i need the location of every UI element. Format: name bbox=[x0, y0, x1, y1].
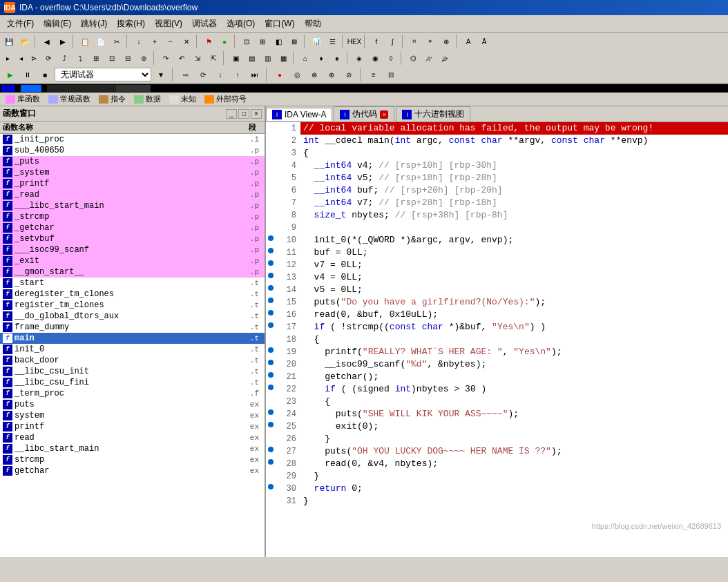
tb-back[interactable]: ◀ bbox=[39, 34, 55, 49]
tb2-stack4[interactable]: ▦ bbox=[276, 50, 291, 66]
menu-item-选项(O)[interactable]: 选项(O) bbox=[222, 17, 259, 31]
panel-restore[interactable]: □ bbox=[238, 109, 249, 119]
menu-item-编辑(E)[interactable]: 编辑(E) bbox=[39, 17, 75, 31]
tb-a1[interactable]: A bbox=[461, 34, 476, 49]
panel-minimize[interactable]: _ bbox=[226, 109, 237, 119]
func-row[interactable]: freadex bbox=[0, 432, 265, 443]
breakpoint-dot[interactable] bbox=[268, 360, 274, 365]
tb-nav4[interactable]: ⊠ bbox=[287, 34, 302, 49]
debug-step5[interactable]: ⏭ bbox=[247, 67, 262, 82]
panel-close[interactable]: × bbox=[251, 109, 262, 119]
tb2-arr3[interactable]: ⤵ bbox=[73, 50, 88, 66]
func-row[interactable]: f__libc_csu_init.t bbox=[0, 366, 265, 377]
func-row[interactable]: fgetcharex bbox=[0, 465, 265, 476]
tb2-b4[interactable]: ⊚ bbox=[136, 50, 151, 66]
tb-misc3[interactable]: ⊕ bbox=[439, 34, 454, 49]
menu-item-帮助[interactable]: 帮助 bbox=[300, 17, 325, 31]
tb2-step4[interactable]: ⇱ bbox=[206, 50, 221, 66]
tb-nav2[interactable]: ⊞ bbox=[255, 34, 270, 49]
debug-misc2[interactable]: ⊟ bbox=[383, 67, 399, 82]
code-tab-IDA View-A[interactable]: IIDA View-A bbox=[266, 108, 332, 121]
menu-item-跳转(J)[interactable]: 跳转(J) bbox=[77, 17, 111, 31]
tb-copy[interactable]: 📋 bbox=[77, 34, 93, 49]
function-list-body[interactable]: f_init_proc.ifsub_400650.pf_puts.pf_syst… bbox=[0, 134, 265, 557]
debug-step1[interactable]: ⇨ bbox=[178, 67, 193, 82]
func-row[interactable]: fprintfex bbox=[0, 421, 265, 432]
func-row[interactable]: f_exit.p bbox=[0, 255, 265, 266]
tb-misc1[interactable]: ⌗ bbox=[407, 34, 422, 49]
debug-bp2[interactable]: ◎ bbox=[289, 67, 305, 82]
menu-item-视图(V)[interactable]: 视图(V) bbox=[151, 17, 186, 31]
breakpoint-dot[interactable] bbox=[268, 310, 274, 316]
debug-bp3[interactable]: ⊗ bbox=[307, 67, 322, 82]
code-tab-十六进制视图[interactable]: I十六进制视图 bbox=[396, 106, 470, 122]
func-row[interactable]: f_puts.p bbox=[0, 156, 265, 167]
func-row[interactable]: fmain.t bbox=[0, 333, 265, 344]
tb2-step1[interactable]: ↷ bbox=[158, 50, 173, 66]
tb-arrow-down[interactable]: ↓ bbox=[131, 34, 146, 49]
debug-bp1[interactable]: ● bbox=[272, 67, 287, 82]
tb2-c3[interactable]: ♠ bbox=[329, 50, 345, 66]
tb2-e3[interactable]: ⌮ bbox=[437, 50, 452, 66]
func-row[interactable]: f___isoc99_scanf.p bbox=[0, 244, 265, 255]
tb2-e1[interactable]: ⌬ bbox=[405, 50, 421, 66]
tb-dot-green[interactable]: ● bbox=[217, 34, 232, 49]
tb-plus[interactable]: + bbox=[147, 34, 162, 49]
tb2-stack3[interactable]: ▥ bbox=[260, 50, 275, 66]
breakpoint-dot[interactable] bbox=[268, 322, 274, 328]
tb-new[interactable]: 💾 bbox=[1, 34, 17, 49]
debug-stop[interactable]: ■ bbox=[37, 67, 52, 82]
breakpoint-dot[interactable] bbox=[268, 372, 274, 378]
tab-close-btn[interactable]: × bbox=[380, 110, 388, 119]
func-row[interactable]: finit_0.t bbox=[0, 344, 265, 355]
debug-step4[interactable]: ↑ bbox=[230, 67, 245, 82]
func-row[interactable]: f_setvbuf.p bbox=[0, 233, 265, 244]
tb2-stack1[interactable]: ▣ bbox=[228, 50, 243, 66]
func-row[interactable]: f_getchar.p bbox=[0, 222, 265, 233]
tb-cross[interactable]: ✕ bbox=[179, 34, 194, 49]
func-row[interactable]: f_strcmp.p bbox=[0, 211, 265, 222]
code-tab-伪代码[interactable]: I伪代码× bbox=[334, 106, 394, 122]
func-row[interactable]: fputsex bbox=[0, 399, 265, 410]
tb2-arr2[interactable]: ⤴ bbox=[57, 50, 72, 66]
menu-item-窗口(W)[interactable]: 窗口(W) bbox=[260, 17, 298, 31]
tb-flag-red[interactable]: ⚑ bbox=[201, 34, 216, 49]
tb-f1[interactable]: f bbox=[369, 34, 384, 49]
tb2-d3[interactable]: ◊ bbox=[383, 50, 399, 66]
debug-step3[interactable]: ↓ bbox=[213, 67, 228, 82]
menu-item-搜索(H)[interactable]: 搜索(H) bbox=[113, 17, 149, 31]
debug-bp4[interactable]: ⊕ bbox=[324, 67, 339, 82]
tb-misc2[interactable]: ⌖ bbox=[423, 34, 438, 49]
func-row[interactable]: f_system.p bbox=[0, 167, 265, 178]
code-area[interactable]: 1// local variable allocation has failed… bbox=[266, 122, 728, 557]
tb2-c1[interactable]: ⌂ bbox=[298, 50, 313, 66]
debug-dropdown[interactable]: ▼ bbox=[153, 67, 169, 82]
debug-step2[interactable]: ⟳ bbox=[195, 67, 211, 82]
debug-bp5[interactable]: ⊘ bbox=[341, 67, 356, 82]
tb2-3[interactable]: ⊳ bbox=[28, 50, 40, 66]
breakpoint-dot[interactable] bbox=[268, 248, 274, 253]
breakpoint-dot[interactable] bbox=[268, 459, 274, 465]
tb2-2[interactable]: ◂ bbox=[15, 50, 27, 66]
func-row[interactable]: fstrcmpex bbox=[0, 454, 265, 465]
func-row[interactable]: fsystemex bbox=[0, 410, 265, 421]
tb2-b1[interactable]: ⊞ bbox=[88, 50, 104, 66]
func-row[interactable]: f_init_proc.i bbox=[0, 134, 265, 145]
func-row[interactable]: fregister_tm_clones.t bbox=[0, 300, 265, 311]
debug-pause[interactable]: ⏸ bbox=[20, 67, 35, 82]
breakpoint-dot[interactable] bbox=[268, 409, 274, 415]
breakpoint-dot[interactable] bbox=[268, 285, 274, 291]
func-row[interactable]: f__do_global_dtors_aux.t bbox=[0, 311, 265, 322]
tb-a2[interactable]: Ā bbox=[477, 34, 492, 49]
tb2-stack2[interactable]: ▤ bbox=[244, 50, 259, 66]
breakpoint-dot[interactable] bbox=[268, 484, 274, 489]
tb-fwd[interactable]: ▶ bbox=[55, 34, 70, 49]
tb-minus[interactable]: − bbox=[163, 34, 178, 49]
func-row[interactable]: fderegister_tm_clones.t bbox=[0, 289, 265, 300]
func-row[interactable]: f_read.p bbox=[0, 189, 265, 200]
menu-item-文件(F)[interactable]: 文件(F) bbox=[3, 17, 38, 31]
func-row[interactable]: f_printf.p bbox=[0, 178, 265, 189]
tb2-step3[interactable]: ⇲ bbox=[190, 50, 205, 66]
func-row[interactable]: f_term_proc.f bbox=[0, 388, 265, 399]
debug-misc1[interactable]: ≡ bbox=[366, 67, 381, 82]
